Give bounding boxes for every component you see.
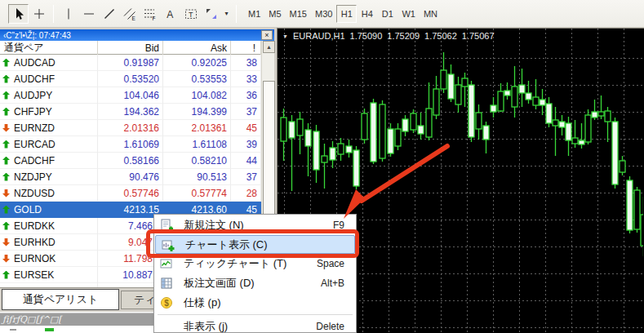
menu-separator (158, 314, 353, 315)
spread-value: 44 (231, 153, 261, 169)
timeframe-mn-button[interactable]: MN (420, 5, 442, 23)
market-watch-row-nzdusd[interactable]: NZDUSD0.577460.5777428 (0, 185, 261, 202)
menu-item-hide[interactable]: 非表示 (j)Delete (154, 317, 356, 333)
spread-value: 38 (231, 55, 261, 71)
column-symbol[interactable]: 通貨ペア (0, 41, 98, 55)
timeframe-h1-button[interactable]: H1 (336, 5, 357, 23)
bid-value: 0.91987 (98, 55, 163, 71)
bid-value: 1.61069 (98, 136, 163, 153)
ask-value: 104.082 (163, 87, 231, 104)
bid-value: 2.01316 (98, 120, 163, 136)
scrollbar-thumb[interactable] (263, 81, 275, 221)
svg-text:E: E (131, 16, 135, 21)
text-label-tool-button[interactable]: T (180, 4, 201, 24)
toolbar-separator (236, 5, 237, 23)
arrows-tool-button[interactable] (201, 4, 221, 24)
market-watch-row-audcad[interactable]: AUDCAD0.919870.9202538 (0, 55, 261, 71)
timeframe-d1-button[interactable]: D1 (377, 5, 398, 23)
vertical-line-tool-button[interactable] (58, 4, 78, 24)
horizontal-line-tool-button[interactable] (78, 4, 99, 24)
ask-value: 0.57774 (163, 185, 231, 202)
svg-text:A: A (167, 8, 173, 20)
trendline-tool-button[interactable] (99, 4, 119, 24)
crosshair-tool-button[interactable] (29, 4, 49, 24)
market-watch-titlebar: ‹C”z’l•\Ž¦: 07:47:43 × (0, 29, 274, 41)
market-watch-row-chfjpy[interactable]: CHFJPY194.362194.39937 (0, 104, 261, 120)
up-arrow-icon (2, 108, 10, 116)
up-arrow-icon (2, 157, 10, 165)
menu-shortcut: Alt+B (321, 278, 344, 289)
close-icon[interactable]: × (261, 30, 273, 40)
bid-value: 194.362 (98, 104, 163, 120)
trendline-icon (102, 7, 117, 21)
menu-item-label: 非表示 (j) (184, 319, 228, 333)
chart-dropdown-icon[interactable]: ▼ (282, 33, 288, 39)
timeframe-h4-button[interactable]: H4 (357, 5, 377, 23)
chart-open: 1.75090 (350, 31, 383, 41)
symbol-label: GOLD (14, 204, 42, 215)
column-spread[interactable]: ! (231, 41, 261, 55)
chart-close: 1.75067 (462, 31, 495, 41)
toolbar-separator (53, 5, 54, 23)
bid-value: 104.046 (98, 87, 163, 104)
down-arrow-icon (2, 189, 10, 198)
market-watch-row-audchf[interactable]: AUDCHF0.535200.5355333 (0, 71, 261, 87)
symbol-label: NZDJPY (14, 171, 52, 183)
svg-text:F: F (152, 16, 155, 21)
up-arrow-icon (2, 91, 10, 100)
timeframe-m1-button[interactable]: M1 (244, 5, 264, 23)
crosshair-icon (32, 7, 47, 21)
timeframe-toolbar: M1M5M15M30H1H4D1W1MN (244, 5, 442, 23)
ask-value: 0.53553 (163, 71, 231, 87)
timeframe-w1-button[interactable]: W1 (398, 5, 420, 23)
tree-glyph-green (45, 328, 54, 331)
timeframe-m30-button[interactable]: M30 (311, 5, 336, 23)
tree-glyph (10, 329, 16, 331)
horizontal-line-icon (82, 7, 96, 21)
down-arrow-icon (2, 238, 10, 246)
fibonacci-retracement-tool-button[interactable]: F (140, 4, 160, 24)
equidistant-channel-tool-button[interactable]: E (119, 4, 140, 24)
annotation-highlight-box (146, 229, 359, 258)
market-watch-row-nzdjpy[interactable]: NZDJPY90.47690.51337 (0, 169, 261, 185)
column-ask[interactable]: Ask (163, 41, 231, 55)
dropdown-caret-icon[interactable]: ▾ (221, 4, 232, 24)
symbol-label: NZDUSD (14, 188, 55, 199)
ask-value: 0.58210 (163, 153, 231, 169)
menu-item-specification[interactable]: $仕様 (p) (154, 293, 356, 313)
cursor-tool-button[interactable] (8, 4, 29, 24)
column-bid[interactable]: Bid (98, 41, 163, 55)
market-watch-row-eurcad[interactable]: EURCAD1.610691.6110839 (0, 136, 261, 153)
menu-item-label: 板注文画面 (D) (184, 276, 255, 291)
market-watch-row-audjpy[interactable]: AUDJPY104.046104.08236 (0, 87, 261, 104)
menu-item-label: 仕様 (p) (184, 295, 221, 310)
depth-of-market-icon (160, 277, 173, 290)
tab-symbol-list[interactable]: 通貨ペアリスト (2, 289, 119, 310)
chart-symbol-period: EURAUD,H1 (293, 31, 345, 41)
menu-item-label: ティックチャート (T) (184, 256, 286, 271)
up-arrow-icon (2, 222, 10, 230)
ask-value: 194.399 (163, 104, 231, 120)
ask-value: 1.61108 (163, 136, 231, 153)
market-watch-row-cadchf[interactable]: CADCHF0.581660.5821044 (0, 153, 261, 169)
up-arrow-icon (2, 206, 10, 214)
bid-value: 90.476 (98, 169, 163, 185)
market-watch-row-eurnzd[interactable]: EURNZD2.013162.0136145 (0, 120, 261, 136)
spread-value: 37 (231, 104, 261, 120)
bid-value: 0.53520 (98, 71, 163, 87)
ask-value: 2.01361 (163, 120, 231, 136)
text-icon: A (163, 7, 178, 21)
tick-chart-icon (160, 257, 173, 270)
text-tool-button[interactable]: A (160, 4, 180, 24)
arrows-icon (204, 7, 219, 21)
timeframe-m15-button[interactable]: M15 (286, 5, 311, 23)
menu-item-depth-of-market[interactable]: 板注文画面 (D)Alt+B (154, 273, 356, 293)
cursor-icon (11, 7, 26, 21)
svg-text:$: $ (164, 299, 169, 308)
symbol-label: CHFJPY (14, 106, 52, 118)
timeframe-m5-button[interactable]: M5 (264, 5, 285, 23)
symbol-label: EURHKD (14, 237, 56, 248)
equidistant-channel-icon: E (122, 7, 137, 21)
scroll-up-icon[interactable]: ▲ (263, 41, 275, 53)
symbol-label: AUDCAD (14, 57, 56, 69)
